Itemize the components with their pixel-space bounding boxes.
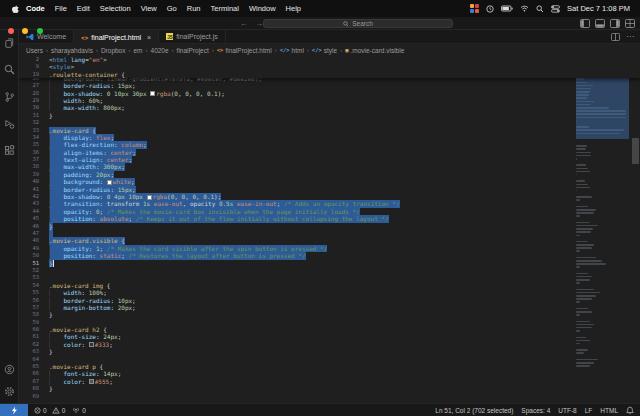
code-line[interactable]: 60.movie-card h2 { bbox=[19, 326, 640, 333]
code-line[interactable]: 63} bbox=[19, 348, 640, 355]
line-number[interactable]: 33 bbox=[19, 127, 45, 134]
color-swatch[interactable] bbox=[150, 91, 155, 96]
line-number[interactable]: 56 bbox=[19, 297, 45, 304]
color-swatch[interactable] bbox=[147, 195, 152, 200]
line-number[interactable]: 31 bbox=[19, 112, 45, 119]
line-number[interactable]: 2 bbox=[19, 56, 45, 63]
code-line[interactable]: 37 text-align: center; bbox=[19, 156, 640, 163]
split-editor-icon[interactable] bbox=[611, 33, 620, 41]
minimize-window-button[interactable] bbox=[22, 28, 28, 34]
code-line[interactable]: 27 border-radius: 15px; bbox=[19, 82, 640, 89]
menu-item-terminal[interactable]: Terminal bbox=[206, 4, 244, 13]
toggle-primary-sidebar-icon[interactable] bbox=[580, 19, 590, 28]
extensions-icon[interactable] bbox=[3, 144, 16, 157]
indentation-button[interactable]: Spaces: 4 bbox=[521, 407, 550, 414]
editor-scrollbar[interactable] bbox=[630, 56, 640, 403]
code-line[interactable]: 69 bbox=[19, 393, 640, 400]
tab-finalproject-js[interactable]: JSfinalProject.js bbox=[159, 30, 226, 43]
line-number[interactable]: 54 bbox=[19, 282, 45, 289]
code-line[interactable]: 48.movie-card.visible { bbox=[19, 237, 640, 244]
line-number[interactable]: 60 bbox=[19, 326, 45, 333]
line-number[interactable]: 68 bbox=[19, 385, 45, 392]
code-line[interactable]: 59 bbox=[19, 319, 640, 326]
breadcrumb-item[interactable]: ▣.movie-card.visible bbox=[345, 47, 404, 54]
clock-menu-icon[interactable] bbox=[486, 5, 494, 13]
line-number[interactable]: 57 bbox=[19, 304, 45, 311]
battery-icon[interactable] bbox=[501, 5, 513, 12]
code-line[interactable]: 34 display: flex; bbox=[19, 134, 640, 141]
code-line[interactable]: 66 font-size: 14px; bbox=[19, 370, 640, 377]
line-number[interactable]: 19 bbox=[19, 71, 45, 78]
line-number[interactable]: 44 bbox=[19, 208, 45, 215]
code-line[interactable]: 57 margin-bottom: 20px; bbox=[19, 304, 640, 311]
menu-item-go[interactable]: Go bbox=[162, 4, 182, 13]
line-number[interactable]: 65 bbox=[19, 363, 45, 370]
toggle-panel-icon[interactable] bbox=[595, 19, 605, 28]
command-center-search-box[interactable]: Search bbox=[263, 19, 453, 28]
menu-item-view[interactable]: View bbox=[136, 4, 162, 13]
line-number[interactable]: 41 bbox=[19, 186, 45, 193]
code-line[interactable]: 41 border-radius: 15px; bbox=[19, 186, 640, 193]
code-editor[interactable]: 2<html lang="en">9<style>19.roulette-con… bbox=[19, 56, 640, 403]
menu-item-run[interactable]: Run bbox=[182, 4, 206, 13]
navigate-back-button[interactable]: ← bbox=[240, 19, 248, 28]
remote-indicator-button[interactable] bbox=[0, 404, 28, 416]
line-number[interactable]: 42 bbox=[19, 193, 45, 200]
line-number[interactable]: 46 bbox=[19, 223, 45, 230]
line-number[interactable]: 53 bbox=[19, 274, 45, 281]
encoding-button[interactable]: UTF-8 bbox=[558, 407, 576, 414]
problems-button[interactable]: 0 0 bbox=[34, 407, 65, 414]
breadcrumb-item[interactable]: finalProject bbox=[177, 47, 209, 54]
code-line[interactable]: 35 flex-direction: column; bbox=[19, 141, 640, 148]
code-line[interactable]: 43 transition: transform 1s ease-out, op… bbox=[19, 200, 640, 207]
code-line[interactable]: 31} bbox=[19, 112, 640, 119]
line-number[interactable]: 34 bbox=[19, 134, 45, 141]
line-number[interactable]: 52 bbox=[19, 267, 45, 274]
menu-item-window[interactable]: Window bbox=[244, 4, 281, 13]
code-line[interactable]: 42 box-shadow: 0 4px 10px rgba(0, 0, 0, … bbox=[19, 193, 640, 200]
navigate-forward-button[interactable]: → bbox=[255, 19, 263, 28]
line-number[interactable]: 36 bbox=[19, 149, 45, 156]
line-number[interactable]: 38 bbox=[19, 163, 45, 170]
breadcrumb-item[interactable]: em bbox=[133, 47, 142, 54]
customize-layout-icon[interactable] bbox=[625, 19, 635, 28]
menu-item-file[interactable]: File bbox=[50, 4, 72, 13]
line-number[interactable]: 61 bbox=[19, 333, 45, 340]
run-debug-icon[interactable] bbox=[3, 117, 16, 130]
code-line[interactable]: 62 color: #333; bbox=[19, 341, 640, 348]
menu-item-help[interactable]: Help bbox=[281, 4, 306, 13]
line-number[interactable]: 26 bbox=[19, 78, 45, 79]
code-line[interactable]: 58} bbox=[19, 311, 640, 318]
zoom-window-button[interactable] bbox=[37, 28, 43, 34]
breadcrumb-item[interactable]: <>finalProject.html bbox=[217, 47, 272, 54]
code-line[interactable]: 61 font-size: 24px; bbox=[19, 333, 640, 340]
code-line[interactable]: 39 padding: 20px; bbox=[19, 171, 640, 178]
code-line[interactable]: 32 bbox=[19, 119, 640, 126]
color-swatch[interactable] bbox=[89, 379, 94, 384]
color-swatch[interactable] bbox=[89, 342, 94, 347]
code-line[interactable]: 33.movie-card { bbox=[19, 127, 640, 134]
line-number[interactable]: 47 bbox=[19, 230, 45, 237]
language-mode-button[interactable]: HTML bbox=[600, 407, 618, 414]
breadcrumb-item[interactable]: Dropbox bbox=[101, 47, 126, 54]
minimap[interactable] bbox=[576, 56, 629, 403]
code-line[interactable]: 47 bbox=[19, 230, 640, 237]
code-line[interactable]: 55 width: 100%; bbox=[19, 289, 640, 296]
code-line[interactable]: 53 bbox=[19, 274, 640, 281]
line-number[interactable]: 55 bbox=[19, 289, 45, 296]
line-number[interactable]: 69 bbox=[19, 393, 45, 400]
line-number[interactable]: 35 bbox=[19, 141, 45, 148]
code-line[interactable]: 38 max-width: 300px; bbox=[19, 163, 640, 170]
line-number[interactable]: 45 bbox=[19, 215, 45, 222]
code-line[interactable]: 30 max-width: 800px; bbox=[19, 104, 640, 111]
line-number[interactable]: 50 bbox=[19, 252, 45, 259]
line-number[interactable]: 63 bbox=[19, 348, 45, 355]
line-number[interactable]: 27 bbox=[19, 82, 45, 89]
breadcrumb-item[interactable]: Users bbox=[26, 47, 43, 54]
menu-item-selection[interactable]: Selection bbox=[95, 4, 136, 13]
menu-item-code[interactable]: Code bbox=[21, 4, 50, 13]
menu-bar-clock[interactable]: Sat Dec 7 1:08 PM bbox=[567, 4, 630, 13]
line-number[interactable]: 66 bbox=[19, 370, 45, 377]
scrollbar-thumb[interactable] bbox=[632, 138, 639, 164]
code-line[interactable]: 28 box-shadow: 0 10px 30px rgba(0, 0, 0,… bbox=[19, 90, 640, 97]
